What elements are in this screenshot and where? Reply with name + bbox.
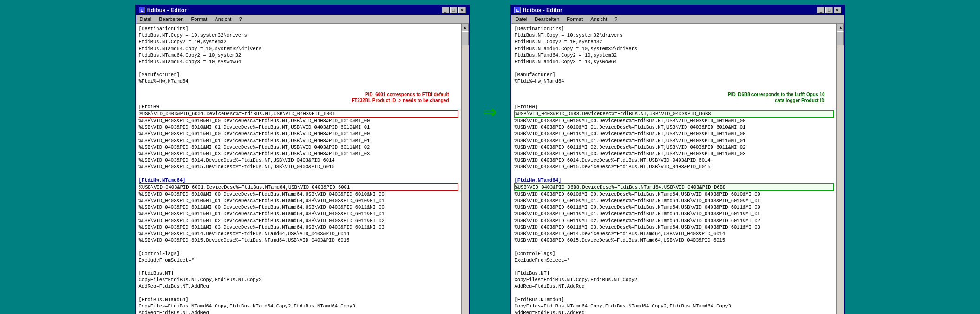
menu-datei-left[interactable]: Datei — [138, 16, 154, 22]
app-icon-right: E — [514, 7, 521, 13]
menu-format-right[interactable]: Format — [565, 16, 585, 22]
title-bar-left: E ftdibus - Editor _ □ ✕ — [136, 6, 469, 15]
menu-ansicht-right[interactable]: Ansicht — [588, 16, 609, 22]
menu-bearbeiten-right[interactable]: Bearbeiten — [533, 16, 561, 22]
editor-window-right: E ftdibus - Editor _ □ ✕ Datei Bearbeite… — [510, 5, 845, 314]
content-area-left: [DestinationDirs]FtdiBus.NT.Copy = 10,sy… — [136, 24, 469, 314]
menu-help-left[interactable]: ? — [237, 16, 243, 22]
menu-help-right[interactable]: ? — [613, 16, 619, 22]
window-title-right: ftdibus - Editor — [523, 7, 562, 13]
title-bar-right: E ftdibus - Editor _ □ ✕ — [511, 6, 844, 15]
maximize-button-right[interactable]: □ — [825, 7, 833, 13]
title-controls-right: _ □ ✕ — [817, 7, 841, 13]
menu-datei-right[interactable]: Datei — [513, 16, 529, 22]
scroll-track-left — [462, 31, 469, 314]
scroll-up-left[interactable]: ▲ — [462, 24, 469, 31]
title-controls-left: _ □ ✕ — [442, 7, 466, 13]
minimize-button-right[interactable]: _ — [817, 7, 824, 13]
text-editor-right[interactable]: [DestinationDirs]FtdiBus.NT.Copy = 10,sy… — [511, 24, 836, 314]
menu-bar-left: Datei Bearbeiten Format Ansicht ? — [136, 15, 469, 24]
text-editor-left[interactable]: [DestinationDirs]FtdiBus.NT.Copy = 10,sy… — [136, 24, 461, 314]
menu-ansicht-left[interactable]: Ansicht — [213, 16, 233, 22]
app-icon-left: E — [139, 7, 145, 13]
scroll-up-right[interactable]: ▲ — [837, 24, 844, 31]
scrollbar-right[interactable]: ▲ ▼ — [836, 24, 844, 314]
scroll-track-right — [837, 31, 844, 314]
minimize-button-left[interactable]: _ — [442, 7, 449, 13]
content-area-right: [DestinationDirs]FtdiBus.NT.Copy = 10,sy… — [511, 24, 844, 314]
arrow-container: ⇒ — [479, 98, 502, 125]
title-bar-right-section: E ftdibus - Editor — [514, 7, 562, 13]
scrollbar-left[interactable]: ▲ ▼ — [461, 24, 469, 314]
direction-arrow: ⇒ — [483, 98, 497, 125]
close-button-right[interactable]: ✕ — [834, 7, 841, 13]
menu-bar-right: Datei Bearbeiten Format Ansicht ? — [511, 15, 844, 24]
title-bar-left-section: E ftdibus - Editor — [139, 7, 187, 13]
scroll-thumb-left[interactable] — [462, 31, 469, 45]
scroll-thumb-right[interactable] — [837, 31, 844, 45]
window-title-left: ftdibus - Editor — [147, 7, 187, 13]
editor-window-left: E ftdibus - Editor _ □ ✕ Datei Bearbeite… — [135, 5, 470, 314]
menu-bearbeiten-left[interactable]: Bearbeiten — [157, 16, 185, 22]
maximize-button-left[interactable]: □ — [450, 7, 457, 13]
menu-format-left[interactable]: Format — [189, 16, 209, 22]
close-button-left[interactable]: ✕ — [458, 7, 466, 13]
